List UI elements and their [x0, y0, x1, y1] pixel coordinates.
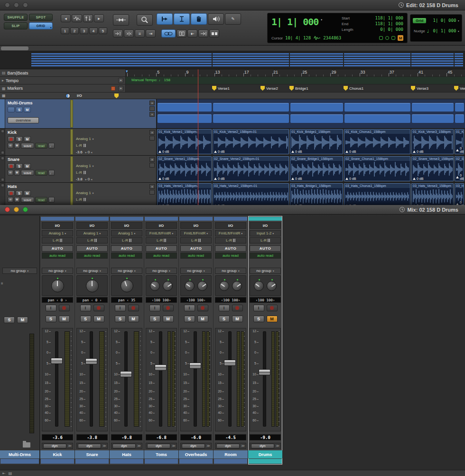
- timeline-insertion-led-icon[interactable]: [379, 36, 383, 40]
- zoom-horizontal-button[interactable]: [72, 14, 82, 22]
- track-freeze-icon[interactable]: [149, 163, 155, 168]
- overview-block[interactable]: [158, 114, 212, 123]
- chevron-down-icon[interactable]: ▾: [320, 18, 322, 22]
- audio-clip[interactable]: 01_Kick_Verse2_158bpm-01 0 dB: [213, 129, 289, 154]
- scrubber-tool-button[interactable]: [208, 13, 224, 25]
- pan-knob[interactable]: [86, 280, 99, 292]
- elastic-audio-icon[interactable]: ✱: [14, 143, 20, 149]
- track-header[interactable]: Snare S M ≋ ✱ wave read ♩ Analog 1▾ L-R …: [0, 156, 157, 182]
- clip-gain[interactable]: 0 dB: [214, 177, 224, 180]
- pan-knob[interactable]: [150, 281, 160, 291]
- markers-ruler-label[interactable]: ▦ Markers +: [0, 84, 126, 92]
- resize-handle-icon[interactable]: ⇤: [2, 471, 6, 476]
- dyn-button[interactable]: dyn: [78, 444, 101, 448]
- add-marker-button[interactable]: +: [118, 86, 123, 91]
- chevron-down-icon[interactable]: ▾: [457, 19, 459, 22]
- fader-handle[interactable]: [85, 358, 97, 364]
- input-monitor-button[interactable]: I: [80, 305, 91, 311]
- audio-clip[interactable]: 03_Hats 0 dB: [455, 183, 464, 205]
- mute-button[interactable]: M: [17, 317, 28, 323]
- track-list-menu-icon[interactable]: ▦: [2, 93, 6, 98]
- automation-mode-button[interactable]: read: [35, 143, 47, 149]
- memory-marker[interactable]: Bridge1: [289, 86, 308, 91]
- solo-button[interactable]: S: [4, 317, 15, 323]
- mute-button[interactable]: M: [24, 163, 31, 169]
- audio-clip[interactable]: 01_Kick_Chorus1_158bpm 0 dB: [344, 129, 410, 154]
- input-selector[interactable]: Analog 1▾: [76, 162, 132, 169]
- zoom-vertical-button[interactable]: [83, 14, 93, 22]
- dyn-expand-icon[interactable]: ≫: [241, 444, 245, 448]
- track-mini-icon[interactable]: [1, 151, 4, 154]
- automation-mode-button[interactable]: auto read: [180, 252, 212, 259]
- memory-marker[interactable]: Chorus1: [344, 86, 363, 91]
- horizontal-scrollbar[interactable]: [0, 46, 465, 51]
- track-lane[interactable]: 01_Kick_Verse1_158bpm- 0 dB 01_Kick_Vers…: [157, 129, 465, 155]
- io-column-header[interactable]: I/O: [77, 93, 82, 98]
- volume-display[interactable]: -9.8: [111, 434, 142, 440]
- track-view-selector[interactable]: wave: [21, 170, 34, 176]
- dyn-expand-icon[interactable]: ≫: [102, 444, 106, 448]
- grabber-tool-button[interactable]: [191, 13, 207, 25]
- mute-button[interactable]: M: [232, 316, 243, 322]
- output-selector[interactable]: L-R: [76, 169, 132, 176]
- mute-button[interactable]: M: [197, 316, 208, 322]
- dyn-button[interactable]: dyn: [251, 444, 274, 448]
- fader-handle[interactable]: [259, 369, 270, 375]
- record-arm-button[interactable]: [8, 163, 15, 169]
- layered-editing-button[interactable]: ≡: [135, 29, 145, 37]
- overview-block[interactable]: [455, 103, 464, 112]
- dyn-button[interactable]: dyn: [216, 444, 240, 448]
- dyn-expand-icon[interactable]: ≫: [206, 444, 210, 448]
- dyn-expand-icon[interactable]: ≫: [137, 444, 141, 448]
- io-view-header[interactable]: I/O: [215, 222, 246, 229]
- playhead-line[interactable]: [198, 69, 198, 205]
- pan-knob[interactable]: [163, 281, 173, 291]
- overview-block[interactable]: [344, 114, 410, 123]
- memory-marker[interactable]: Verse4: [454, 86, 465, 91]
- audio-clip[interactable]: 02_Snare_Bridge1_158bpm 0 dB: [290, 156, 343, 181]
- clip-gain[interactable]: 0 dB: [291, 150, 302, 153]
- tempo-ruler[interactable]: ▸ Tempo + Manual Tempo: ♩ 158: [0, 77, 465, 84]
- clip-gain[interactable]: 0 dB: [158, 177, 169, 180]
- fader-track[interactable]: [90, 331, 93, 427]
- input-selector[interactable]: FrntLft/FrntR▾: [215, 230, 246, 236]
- automation-header[interactable]: AUTO: [42, 245, 73, 252]
- clip-gain[interactable]: 0 dB: [413, 177, 423, 180]
- automation-mode-button[interactable]: auto read: [76, 252, 108, 259]
- dyn-button[interactable]: dyn: [147, 444, 170, 448]
- pan-knob[interactable]: [185, 281, 195, 291]
- mirrored-editing-button[interactable]: [124, 29, 134, 37]
- main-counter[interactable]: 1| 1| 000 ▾: [271, 16, 323, 28]
- clip-gain[interactable]: 0 dB: [214, 150, 224, 153]
- track-name[interactable]: Hats: [8, 184, 17, 189]
- selection-end-value[interactable]: 118| 1| 000: [375, 21, 403, 26]
- track-color-toggle-icon[interactable]: [65, 93, 70, 98]
- mute-button[interactable]: M: [128, 316, 139, 322]
- automation-mode-button[interactable]: read: [35, 197, 47, 203]
- add-tempo-button[interactable]: +: [118, 78, 123, 83]
- group-selector[interactable]: no group▾: [180, 268, 212, 274]
- track-freeze-icon[interactable]: [149, 106, 155, 111]
- pan-display[interactable]: ‹100 100›: [215, 297, 246, 303]
- track-header[interactable]: Multi-Drums S M overview ≡ +: [0, 99, 157, 128]
- input-monitor-button[interactable]: I: [115, 305, 126, 311]
- track-name[interactable]: Toms: [144, 450, 178, 458]
- input-selector[interactable]: Analog 1▾: [42, 230, 73, 236]
- input-selector[interactable]: Analog 1▾: [76, 135, 132, 142]
- volume-display[interactable]: -4.5: [215, 434, 246, 440]
- record-arm-button[interactable]: [8, 136, 15, 142]
- pan-knob[interactable]: [121, 280, 133, 292]
- record-arm-button[interactable]: [93, 305, 104, 311]
- close-button[interactable]: [5, 2, 10, 8]
- link-track-edit-button[interactable]: [177, 29, 186, 37]
- input-selector[interactable]: Analog 1▾: [76, 189, 132, 196]
- track-mini-icon[interactable]: [1, 157, 4, 160]
- clip-gain[interactable]: 0 dB: [413, 150, 423, 153]
- universe-overview[interactable]: [0, 46, 465, 69]
- automation-header[interactable]: AUTO: [215, 245, 246, 252]
- overview-block[interactable]: [213, 103, 289, 112]
- record-arm-button[interactable]: [59, 305, 70, 311]
- io-view-header[interactable]: I/O: [180, 222, 212, 229]
- link-timeline-edit-button[interactable]: [161, 29, 176, 37]
- track-options-icon[interactable]: ≡: [149, 101, 155, 105]
